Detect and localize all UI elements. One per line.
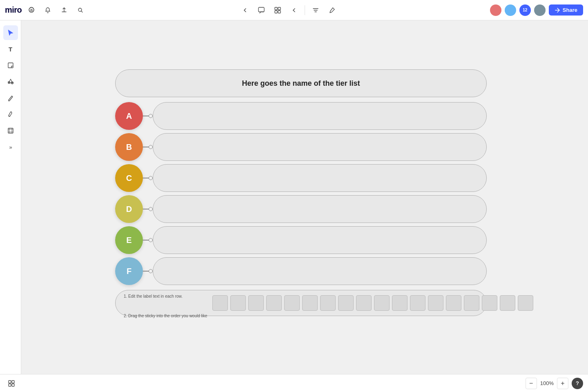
instruction-line1: 1. Edit the label text in each row. bbox=[124, 294, 183, 298]
gear-button[interactable] bbox=[25, 4, 38, 17]
zoom-in-button[interactable]: + bbox=[557, 378, 568, 389]
tier-circle-e[interactable]: E bbox=[115, 226, 143, 254]
more-icon: » bbox=[9, 144, 11, 150]
avatar-1[interactable] bbox=[490, 4, 501, 16]
tier-content-box-f[interactable] bbox=[153, 257, 487, 285]
svg-point-0 bbox=[31, 9, 32, 11]
marker-button[interactable] bbox=[325, 3, 339, 18]
help-button[interactable]: ? bbox=[572, 378, 583, 389]
tier-circle-b[interactable]: B bbox=[115, 133, 143, 161]
avatar-4[interactable] bbox=[534, 4, 546, 16]
svg-rect-7 bbox=[8, 63, 13, 68]
sticky-note-tool-button[interactable] bbox=[3, 58, 18, 73]
sticky-slot-10[interactable] bbox=[392, 295, 408, 311]
sticky-slot-11[interactable] bbox=[410, 295, 425, 311]
tier-row-e: E bbox=[115, 226, 487, 254]
sticky-slot-9[interactable] bbox=[374, 295, 390, 311]
sticky-slot-16[interactable] bbox=[500, 295, 515, 311]
sticky-slot-17[interactable] bbox=[518, 295, 533, 311]
tier-circle-d[interactable]: D bbox=[115, 195, 143, 223]
svg-rect-11 bbox=[9, 381, 11, 383]
navbar-right: 12 Share bbox=[490, 4, 583, 16]
avatar-2[interactable] bbox=[505, 4, 516, 16]
sticky-slot-15[interactable] bbox=[482, 295, 497, 311]
navbar-center bbox=[238, 3, 339, 18]
svg-rect-5 bbox=[275, 11, 277, 13]
instruction-row: 1. Edit the label text in each row. 2. D… bbox=[115, 290, 487, 316]
tier-circle-c[interactable]: C bbox=[115, 164, 143, 192]
more-view-button[interactable] bbox=[287, 3, 301, 18]
upload-button[interactable] bbox=[58, 4, 71, 17]
tier-content-box-e[interactable] bbox=[153, 226, 487, 254]
tier-content-box-b[interactable] bbox=[153, 133, 487, 161]
text-tool-button[interactable]: T bbox=[3, 42, 18, 56]
tier-connector-e bbox=[143, 240, 153, 241]
more-tools-button[interactable]: » bbox=[3, 140, 18, 154]
share-button[interactable]: Share bbox=[549, 4, 583, 16]
tier-row-c: C bbox=[115, 164, 487, 192]
tier-content-box-a[interactable] bbox=[153, 102, 487, 130]
tier-connector-d bbox=[143, 209, 153, 209]
frame-tool-button[interactable] bbox=[3, 123, 18, 138]
svg-rect-10 bbox=[8, 128, 13, 133]
shapes-tool-button[interactable] bbox=[3, 74, 18, 89]
share-label: Share bbox=[563, 7, 577, 13]
zoom-controls: − 100% + ? bbox=[526, 378, 583, 389]
svg-rect-13 bbox=[9, 384, 11, 386]
sticky-slots bbox=[212, 295, 533, 311]
sticky-slot-5[interactable] bbox=[302, 295, 318, 311]
board-menu-button[interactable] bbox=[5, 377, 18, 390]
tier-connector-c bbox=[143, 178, 153, 178]
tier-circle-f[interactable]: F bbox=[115, 257, 143, 285]
instruction-text: 1. Edit the label text in each row. 2. D… bbox=[124, 287, 207, 319]
svg-rect-3 bbox=[275, 7, 277, 10]
svg-rect-12 bbox=[12, 381, 14, 383]
tier-list-title[interactable]: Here goes the name of the tier list bbox=[115, 69, 487, 97]
pen-tool-button[interactable] bbox=[3, 91, 18, 105]
tier-row-a: A bbox=[115, 102, 487, 130]
filter-button[interactable] bbox=[308, 3, 323, 18]
tier-connector-b bbox=[143, 147, 153, 147]
tier-circle-a[interactable]: A bbox=[115, 102, 143, 130]
tier-content-box-d[interactable] bbox=[153, 195, 487, 223]
sticky-slot-6[interactable] bbox=[320, 295, 336, 311]
bottom-bar: − 100% + ? bbox=[0, 374, 588, 392]
sticky-slot-1[interactable] bbox=[230, 295, 246, 311]
sticky-slot-7[interactable] bbox=[338, 295, 354, 311]
comment-view-button[interactable] bbox=[254, 3, 269, 18]
navbar-left: miro bbox=[5, 4, 87, 17]
sticky-slot-2[interactable] bbox=[248, 295, 264, 311]
back-button[interactable] bbox=[238, 3, 252, 18]
bottom-bar-left bbox=[5, 377, 18, 390]
sticky-slot-0[interactable] bbox=[212, 295, 228, 311]
miro-logo: miro bbox=[5, 5, 22, 15]
tier-row-f: F bbox=[115, 257, 487, 285]
grid-view-button[interactable] bbox=[270, 3, 285, 18]
sticky-slot-3[interactable] bbox=[266, 295, 282, 311]
tier-list: Here goes the name of the tier list ABCD… bbox=[115, 69, 487, 316]
sticky-slot-8[interactable] bbox=[356, 295, 372, 311]
svg-rect-14 bbox=[12, 384, 14, 386]
tier-row-d: D bbox=[115, 195, 487, 223]
tier-list-title-text: Here goes the name of the tier list bbox=[242, 79, 360, 88]
tier-rows-container: ABCDEF bbox=[115, 102, 487, 285]
nav-divider bbox=[305, 5, 305, 15]
text-icon: T bbox=[9, 46, 12, 53]
navbar: miro bbox=[0, 0, 588, 20]
instruction-line2: 2. Drag the sticky into the order you wo… bbox=[124, 314, 207, 318]
sticky-slot-12[interactable] bbox=[428, 295, 443, 311]
sticky-slot-4[interactable] bbox=[284, 295, 300, 311]
tier-connector-f bbox=[143, 271, 153, 272]
tier-content-box-c[interactable] bbox=[153, 164, 487, 192]
avatar-count[interactable]: 12 bbox=[519, 4, 531, 16]
cursor-tool-button[interactable] bbox=[3, 25, 18, 40]
search-button[interactable] bbox=[74, 4, 87, 17]
zoom-level: 100% bbox=[540, 380, 554, 386]
notifications-button[interactable] bbox=[41, 4, 54, 17]
canvas[interactable]: Here goes the name of the tier list ABCD… bbox=[21, 20, 588, 374]
sticky-slot-14[interactable] bbox=[464, 295, 479, 311]
sticky-slot-13[interactable] bbox=[446, 295, 461, 311]
marker-tool-button[interactable] bbox=[3, 107, 18, 122]
zoom-out-button[interactable]: − bbox=[526, 378, 537, 389]
tier-row-b: B bbox=[115, 133, 487, 161]
